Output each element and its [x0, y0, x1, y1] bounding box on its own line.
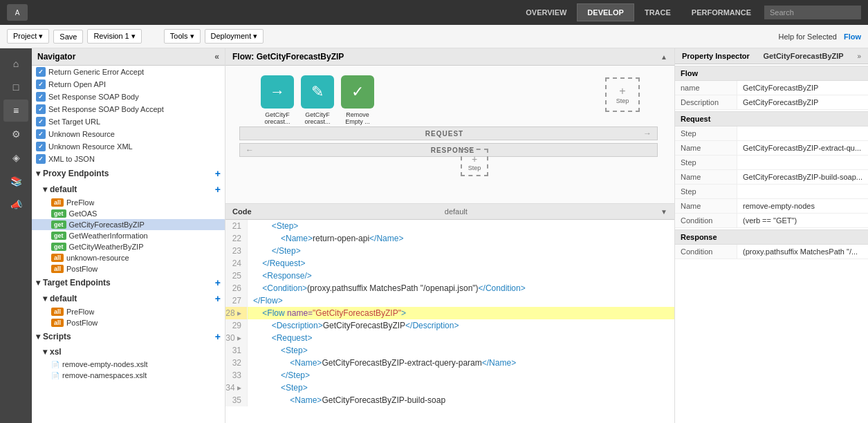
flow-title: Flow: GetCityForecastByZIP	[232, 52, 344, 62]
sidebar-icon-box[interactable]: □	[3, 76, 28, 98]
policy-icon: ✓	[36, 154, 46, 164]
triangle-icon: ▾	[43, 294, 47, 303]
flow-canvas: → GetCityF orecast... ✎ GetCityF orecast…	[225, 66, 674, 204]
default-label: default	[50, 185, 77, 194]
code-line-25: 25 <Response/>	[225, 270, 674, 282]
add-step-button[interactable]: + Step	[605, 77, 640, 112]
nav-item-target-postflow[interactable]: all PostFlow	[32, 317, 225, 328]
line-num: 31	[225, 344, 248, 357]
scripts-add-btn[interactable]: +	[215, 331, 221, 342]
nav-item-return-generic[interactable]: ✓ Return Generic Error Accept	[32, 66, 225, 78]
sidebar-icon-home[interactable]: ⌂	[3, 53, 28, 75]
prop-key: Step	[675, 185, 737, 198]
help-text: Help for Selected	[779, 32, 837, 41]
code-tab[interactable]: Code	[232, 207, 252, 216]
nav-item-label: GetOAS	[69, 209, 98, 218]
nav-item-remove-namespaces[interactable]: 📄 remove-namespaces.xslt	[32, 370, 225, 381]
nav-item-return-open-api[interactable]: ✓ Return Open API	[32, 78, 225, 91]
code-line-29: 29 <Description>GetCityForecastByZIP</De…	[225, 319, 674, 332]
flow-step-label-2: GetCityF orecast...	[300, 111, 335, 125]
revision-button[interactable]: Revision 1 ▾	[87, 29, 141, 44]
navigator-content: ✓ Return Generic Error Accept ✓ Return O…	[32, 66, 225, 423]
proxy-endpoints-add-btn[interactable]: +	[215, 168, 221, 179]
nav-item-label: XML to JSON	[48, 155, 95, 163]
default-add-btn[interactable]: +	[215, 184, 221, 195]
search-input[interactable]	[764, 6, 861, 19]
save-button[interactable]: Save	[53, 30, 83, 44]
code-line-23: 23 </Step>	[225, 245, 674, 257]
response-arrow-row: ← RESPONSE	[232, 142, 667, 158]
nav-item-target-preflow[interactable]: all PreFlow	[32, 306, 225, 317]
tab-overview[interactable]: OVERVIEW	[515, 3, 577, 21]
prop-row-resp-condition: Condition (proxy.pathsuffix MatchesPath …	[675, 245, 868, 259]
tab-performance[interactable]: PERFORMANCE	[681, 3, 761, 21]
nav-item-preflow[interactable]: all PreFlow	[32, 197, 225, 208]
nav-item-unknown-resource[interactable]: ✓ Unknown Resource	[32, 128, 225, 140]
prop-key: Name	[675, 170, 737, 184]
nav-item-getoas[interactable]: get GetOAS	[32, 208, 225, 219]
nav-item-postflow[interactable]: all PostFlow	[32, 263, 225, 274]
sidebar-icon-gear[interactable]: ⚙	[3, 123, 28, 145]
nav-section-target-endpoints[interactable]: ▾ Target Endpoints +	[32, 274, 225, 291]
nav-item-label: PostFlow	[66, 265, 98, 273]
flow-link[interactable]: Flow	[844, 32, 861, 41]
tools-button[interactable]: Tools ▾	[164, 29, 201, 44]
nav-item-getcityforecastbyzip[interactable]: get GetCityForecastByZIP	[32, 219, 225, 230]
code-line-28: 28 ▸ <Flow name="GetCityForecastByZIP">	[225, 307, 674, 319]
deployment-button[interactable]: Deployment ▾	[205, 29, 264, 44]
icon-sidebar: ⌂ □ ≡ ⚙ ◈ 📚 📣	[0, 48, 32, 423]
flow-step-1[interactable]: → GetCityF orecast...	[260, 75, 295, 125]
line-text: <Step>	[248, 344, 308, 357]
nav-subsection-xsl[interactable]: ▾ xsl	[32, 345, 225, 359]
code-expand-icon[interactable]: ▼	[661, 208, 667, 216]
tab-trace[interactable]: TRACE	[634, 3, 681, 21]
nav-item-getweatherinfo[interactable]: get GetWeatherInformation	[32, 230, 225, 241]
code-panel-header: Code default ▼	[225, 204, 674, 220]
nav-item-set-response-soap-accept[interactable]: ✓ Set Response SOAP Body Accept	[32, 103, 225, 115]
proxy-endpoints-label: Proxy Endpoints	[43, 169, 109, 178]
prop-content: Flow name GetCityForecastByZIP Descripti…	[675, 64, 868, 423]
add-step-container: + Step	[605, 77, 640, 123]
sidebar-icon-shield[interactable]: ◈	[3, 147, 28, 169]
nav-item-label: unknown-resource	[66, 254, 129, 262]
target-endpoints-add-btn[interactable]: +	[215, 277, 221, 288]
target-default-add-btn[interactable]: +	[215, 293, 221, 304]
expand-icon[interactable]: ▲	[661, 53, 667, 61]
add-step-left-button[interactable]: + Step	[461, 149, 488, 176]
nav-section-scripts[interactable]: ▾ Scripts +	[32, 328, 225, 345]
flow-step-2[interactable]: ✎ GetCityF orecast...	[300, 75, 335, 125]
policy-icon: ✓	[36, 117, 46, 126]
prop-row-step3: Step	[675, 185, 868, 199]
code-line-27: 27 </Flow>	[225, 294, 674, 307]
prop-val	[737, 126, 868, 140]
sidebar-icon-book[interactable]: 📚	[3, 170, 28, 192]
code-line-21: 21 <Step>	[225, 220, 674, 232]
nav-item-unknown-resource-flow[interactable]: all unknown-resource	[32, 252, 225, 263]
project-button[interactable]: Project ▾	[7, 29, 49, 44]
sidebar-icon-speaker[interactable]: 📣	[3, 194, 28, 216]
prop-val	[737, 185, 868, 198]
nav-item-set-target-url[interactable]: ✓ Set Target URL	[32, 115, 225, 128]
nav-item-xml-to-json[interactable]: ✓ XML to JSON	[32, 153, 225, 165]
toolbar: Project ▾ Save Revision 1 ▾ Tools ▾ Depl…	[0, 25, 868, 48]
prop-expand-icon[interactable]: »	[857, 53, 861, 60]
line-num: 22	[225, 232, 248, 245]
flow-canvas-header: Flow: GetCityForecastByZIP ▲	[225, 48, 674, 66]
triangle-icon: ▾	[36, 332, 40, 341]
prop-key: name	[675, 81, 737, 95]
line-text: <Condition>(proxy.pathsuffix MatchesPath…	[248, 282, 526, 294]
tab-develop[interactable]: DEVELOP	[577, 3, 634, 21]
nav-item-unknown-resource-xml[interactable]: ✓ Unknown Resource XML	[32, 140, 225, 153]
flow-step-icon-1: →	[261, 75, 294, 109]
nav-item-remove-empty-nodes[interactable]: 📄 remove-empty-nodes.xslt	[32, 359, 225, 370]
badge-all: all	[51, 319, 64, 327]
scripts-label: Scripts	[43, 332, 71, 341]
flow-step-3[interactable]: ✓ Remove Empty ...	[340, 75, 375, 125]
nav-item-getcityweatherbyzip[interactable]: get GetCityWeatherByZIP	[32, 241, 225, 252]
nav-subsection-target-default[interactable]: ▾ default +	[32, 291, 225, 306]
sidebar-icon-nav[interactable]: ≡	[3, 100, 28, 122]
nav-item-set-response-soap[interactable]: ✓ Set Response SOAP Body	[32, 91, 225, 103]
nav-section-proxy-endpoints[interactable]: ▾ Proxy Endpoints +	[32, 165, 225, 182]
nav-subsection-default[interactable]: ▾ default +	[32, 182, 225, 197]
navigator-collapse-btn[interactable]: «	[214, 52, 219, 62]
